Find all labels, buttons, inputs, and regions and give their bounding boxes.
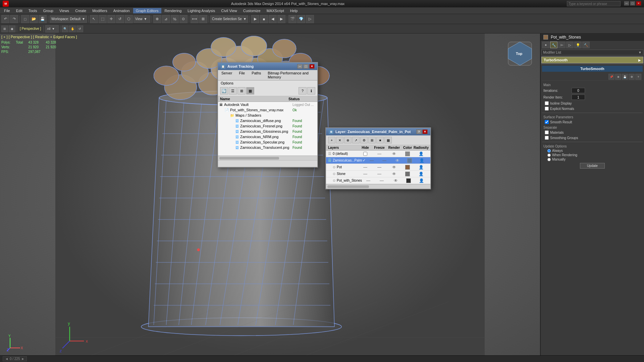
asset-dialog-titlebar[interactable]: 📋 Asset Tracking ─ □ ✕: [218, 63, 317, 70]
asset-help1-btn[interactable]: ?: [299, 87, 307, 95]
snap-btn[interactable]: ⊕: [153, 15, 161, 23]
menu-animation[interactable]: Animation: [111, 8, 132, 13]
maximize-button[interactable]: □: [630, 1, 635, 6]
create-icon[interactable]: ✦: [542, 42, 549, 48]
layer-zamioculcas-radio-cell[interactable]: 👤: [415, 158, 428, 163]
asset-maximize-btn[interactable]: □: [303, 64, 309, 69]
stop-btn[interactable]: ■: [260, 15, 268, 23]
modifier-dropdown-icon[interactable]: ▼: [638, 51, 642, 54]
menu-lighting-analysis[interactable]: Lighting Analysis: [185, 8, 218, 13]
menu-tools[interactable]: Tools: [26, 8, 40, 13]
layers-merge-btn[interactable]: ⊞: [368, 137, 376, 143]
workspace-dropdown[interactable]: Workspace: Default ▼: [50, 15, 87, 23]
layer-potwithstones-color-cell[interactable]: [403, 178, 414, 183]
menu-help[interactable]: Help: [287, 8, 301, 13]
layers-select-btn[interactable]: ↗: [352, 137, 360, 143]
panel-help-icon[interactable]: ?: [635, 74, 641, 80]
tree-item-maps-folder[interactable]: 📁 Maps / Shaders: [218, 113, 317, 118]
align-btn[interactable]: ⊞: [199, 15, 207, 23]
layer-stone-color-cell[interactable]: [401, 172, 414, 176]
layer-default-color-cell[interactable]: [401, 152, 414, 156]
menu-customize[interactable]: Customize: [240, 8, 263, 13]
prev-frame-btn[interactable]: ◀: [269, 15, 277, 23]
menu-group[interactable]: Group: [40, 8, 56, 13]
asset-menu-bitmap[interactable]: Bitmap Performance and Memory: [264, 70, 317, 80]
tree-item-glossiness[interactable]: 🖼 Zamioculcas_Glossiness.png Found: [218, 129, 317, 134]
open-btn[interactable]: 📂: [30, 15, 38, 23]
layers-delete-btn[interactable]: ✕: [336, 137, 343, 143]
nav-cube[interactable]: Top: [506, 40, 533, 67]
view-dropdown[interactable]: View ▼: [133, 15, 150, 23]
layer-default-render-cell[interactable]: 👁: [387, 152, 401, 156]
layer-zamioculcas-freeze-cell[interactable]: —: [378, 158, 391, 163]
display-icon[interactable]: 💡: [574, 42, 582, 48]
turbosmooth-expand-icon[interactable]: ▶: [638, 58, 641, 62]
asset-refresh-btn[interactable]: 🔄: [220, 87, 228, 95]
layers-highlight-btn[interactable]: ★: [376, 137, 384, 143]
layer-pot-color-swatch[interactable]: [405, 165, 410, 170]
select-region-btn[interactable]: ⬚: [99, 15, 107, 23]
when-rendering-radio[interactable]: [547, 154, 551, 157]
menu-maxscript[interactable]: MAXScript: [264, 8, 287, 13]
layer-zamioculcas-render-cell[interactable]: 👁: [391, 158, 405, 163]
panel-save-icon[interactable]: 💾: [622, 74, 628, 80]
save-btn[interactable]: 💾: [39, 15, 47, 23]
asset-list-btn[interactable]: ☰: [229, 87, 237, 95]
menu-rendering[interactable]: Rendering: [162, 8, 184, 13]
render-scene-btn[interactable]: 🎬: [288, 15, 297, 23]
layer-row-pot[interactable]: ⊙ Pot — — 👁 👤: [326, 164, 430, 171]
layer-default-radio-cell[interactable]: 👤: [414, 152, 428, 156]
asset-tree[interactable]: 🏛 Autodesk Vault Logged Out ... 📄 Pot_wi…: [218, 102, 317, 156]
layers-scrollbar[interactable]: [326, 184, 430, 189]
layer-row-stone[interactable]: ⊙ Stone — — 👁 👤: [326, 171, 430, 177]
asset-scrollbar[interactable]: [218, 156, 317, 160]
menu-civil-view[interactable]: Civil View: [218, 8, 239, 13]
render-btn[interactable]: ▷: [306, 15, 314, 23]
asset-menu-file[interactable]: File: [235, 70, 248, 80]
layer-stone-radio-cell[interactable]: 👤: [414, 172, 428, 176]
search-input-container[interactable]: [567, 1, 621, 6]
layer-pot-render-cell[interactable]: 👁: [387, 165, 401, 170]
filter-dropdown[interactable]: Create Selection Se ▼: [210, 15, 248, 23]
layer-potwithstones-freeze-cell[interactable]: —: [375, 178, 389, 183]
new-btn[interactable]: □: [21, 15, 29, 23]
asset-menu-server[interactable]: Server: [218, 70, 235, 80]
asset-close-btn[interactable]: ✕: [309, 64, 315, 69]
layer-stone-color-swatch[interactable]: [405, 172, 410, 176]
move-btn[interactable]: ✛: [107, 15, 115, 23]
utilities-icon[interactable]: 🔨: [582, 42, 590, 48]
explicit-normals-checkbox[interactable]: [545, 107, 549, 111]
play-btn[interactable]: ▶: [251, 15, 259, 23]
percent-snap-btn[interactable]: %: [171, 15, 179, 23]
manually-option[interactable]: Manually: [542, 157, 643, 162]
layer-potwithstones-hide-cell[interactable]: —: [362, 178, 375, 183]
mirror-btn[interactable]: ⟺: [191, 15, 199, 23]
object-color-swatch[interactable]: [543, 35, 548, 40]
zoom-btn[interactable]: 🔍: [62, 25, 68, 32]
layer-stone-freeze-cell[interactable]: —: [372, 172, 387, 176]
menu-graph-editors[interactable]: Graph Editors: [133, 8, 161, 13]
always-option[interactable]: Always: [542, 148, 643, 153]
angle-snap-btn[interactable]: ⊿: [162, 15, 170, 23]
asset-minimize-btn[interactable]: ─: [297, 64, 303, 69]
tree-item-diffuse[interactable]: 🖼 Zamioculcas_diffuse.png Found: [218, 118, 317, 123]
layer-pot-radio-cell[interactable]: 👤: [414, 165, 428, 170]
asset-help2-btn[interactable]: ℹ: [307, 87, 315, 95]
tree-item-nrm[interactable]: 🖼 Zamioculcas_NRM.png Found: [218, 134, 317, 139]
layer-potwithstones-render-cell[interactable]: 👁: [389, 178, 403, 183]
layers-dialog-titlebar[interactable]: ⊞ Layer: Zamioculcas_Emerald_Palm_in_Pot…: [326, 128, 430, 135]
material-editor-btn[interactable]: 💎: [297, 15, 305, 23]
asset-grid-btn[interactable]: ▦: [246, 87, 254, 95]
when-rendering-option[interactable]: When Rendering: [542, 153, 643, 157]
select-btn[interactable]: ↖: [90, 15, 98, 23]
layer-default-hide-check[interactable]: [363, 152, 367, 156]
motion-icon[interactable]: ▷: [566, 42, 574, 48]
layer-default-freeze-cell[interactable]: —: [372, 152, 387, 156]
undo-btn[interactable]: ↶: [1, 15, 9, 23]
shaded-btn[interactable]: ◉: [9, 25, 15, 32]
layer-zamioculcas-color-cell[interactable]: [404, 158, 415, 163]
layer-pot-freeze-cell[interactable]: —: [372, 165, 387, 170]
pin-icon[interactable]: 📌: [608, 74, 614, 80]
layers-add-obj-btn[interactable]: ⊕: [344, 137, 352, 143]
layers-dialog[interactable]: ⊞ Layer: Zamioculcas_Emerald_Palm_in_Pot…: [325, 127, 431, 189]
